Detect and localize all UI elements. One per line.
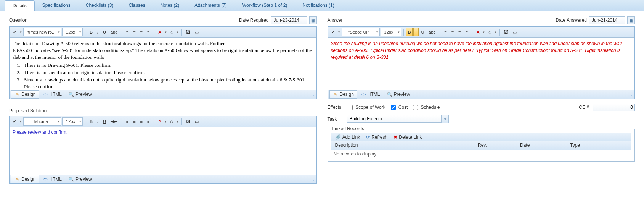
strikethrough-icon[interactable]: abc (109, 28, 119, 36)
align-left-icon[interactable]: ≡ (124, 28, 130, 36)
col-description[interactable]: Description (331, 141, 474, 150)
align-right-icon[interactable]: ≡ (456, 28, 463, 36)
insert-image-icon[interactable]: 🖼 (184, 28, 192, 36)
html-mode-button[interactable]: <>HTML (357, 90, 384, 99)
col-type[interactable]: Type (566, 141, 631, 150)
dropdown-icon[interactable]: ▾ (176, 30, 179, 34)
task-select[interactable]: ▾ (347, 115, 449, 123)
preview-mode-button[interactable]: 🔍Preview (65, 175, 95, 183)
underline-icon[interactable]: U (101, 117, 108, 126)
tab-specifications[interactable]: Specifications (35, 0, 78, 11)
ce-number-input[interactable] (593, 104, 635, 111)
font-size-select[interactable]: 12px (62, 28, 83, 36)
design-mode-button[interactable]: ✎Design (329, 90, 357, 99)
html-mode-button[interactable]: <>HTML (39, 90, 65, 99)
tab-label: Notifications (1) (302, 3, 334, 8)
tab-notes[interactable]: Notes (2) (153, 0, 187, 11)
dropdown-icon[interactable]: ▾ (176, 120, 179, 123)
font-family-select[interactable]: "Segoe UI" (342, 28, 380, 36)
tab-details[interactable]: Details (5, 0, 35, 11)
bold-icon[interactable]: B (88, 28, 95, 36)
underline-icon[interactable]: U (101, 28, 108, 36)
resize-grip[interactable]: ⋰ (312, 94, 316, 98)
date-required-input[interactable] (271, 16, 307, 24)
highlight-icon[interactable]: ◇ (168, 28, 175, 36)
insert-field-icon[interactable]: ▭ (193, 28, 201, 36)
scope-checkbox-input[interactable] (348, 105, 353, 110)
add-link-button[interactable]: 🔗Add Link (335, 134, 360, 140)
insert-image-icon[interactable]: 🖼 (502, 28, 510, 36)
align-center-icon[interactable]: ≡ (450, 28, 456, 36)
tab-checklists[interactable]: Checklists (3) (78, 0, 121, 11)
align-center-icon[interactable]: ≡ (131, 28, 137, 36)
align-left-icon[interactable]: ≡ (124, 117, 130, 126)
col-rev[interactable]: Rev. (474, 141, 516, 150)
date-answered-input[interactable] (589, 16, 625, 24)
cost-checkbox-input[interactable] (391, 105, 396, 110)
font-size-select[interactable]: 12px (62, 117, 83, 126)
italic-icon[interactable]: I (95, 117, 100, 126)
italic-icon[interactable]: I (95, 28, 100, 36)
refresh-button[interactable]: ⟳Refresh (366, 134, 387, 140)
schedule-checkbox[interactable]: Schedule (411, 104, 440, 111)
align-right-icon[interactable]: ≡ (138, 28, 145, 36)
insert-field-icon[interactable]: ▭ (193, 117, 201, 126)
design-mode-button[interactable]: ✎Design (11, 90, 39, 99)
highlight-icon[interactable]: ◇ (486, 28, 493, 36)
cost-checkbox[interactable]: Cost (389, 104, 408, 111)
html-mode-button[interactable]: <>HTML (39, 175, 65, 183)
scope-checkbox[interactable]: Scope of Work (346, 104, 385, 111)
strikethrough-icon[interactable]: abc (109, 117, 119, 126)
preview-mode-button[interactable]: 🔍Preview (384, 90, 414, 99)
align-justify-icon[interactable]: ≡ (463, 28, 469, 36)
italic-icon[interactable]: I (413, 28, 418, 36)
tab-clauses[interactable]: Clauses (121, 0, 153, 11)
tab-notifications[interactable]: Notifications (1) (295, 0, 342, 11)
dropdown-icon[interactable]: ▾ (19, 120, 22, 123)
spellcheck-icon[interactable]: ✔ (329, 28, 337, 36)
bold-icon[interactable]: B (406, 28, 413, 36)
delete-link-button[interactable]: ✖Delete Link (393, 134, 422, 140)
dropdown-icon[interactable]: ▾ (19, 30, 22, 34)
font-color-icon[interactable]: A (475, 28, 481, 36)
spellcheck-icon[interactable]: ✔ (11, 28, 18, 36)
align-center-icon[interactable]: ≡ (131, 117, 137, 126)
font-family-select[interactable]: "times new ro.. (23, 28, 61, 36)
chevron-down-icon[interactable]: ▾ (442, 115, 449, 123)
align-right-icon[interactable]: ≡ (138, 117, 145, 126)
bold-icon[interactable]: B (88, 117, 95, 126)
font-color-icon[interactable]: A (156, 117, 163, 126)
spellcheck-icon[interactable]: ✔ (11, 117, 18, 126)
proposed-body[interactable]: Please review and confirm. (10, 127, 316, 175)
dropdown-icon[interactable]: ▾ (494, 30, 497, 34)
highlight-icon[interactable]: ◇ (168, 117, 175, 126)
resize-grip[interactable]: ⋰ (312, 178, 316, 183)
dropdown-icon[interactable]: ▾ (164, 30, 167, 34)
calendar-icon[interactable]: ▦ (309, 16, 317, 24)
insert-image-icon[interactable]: 🖼 (184, 117, 192, 126)
align-justify-icon[interactable]: ≡ (145, 117, 151, 126)
tab-workflow[interactable]: Workflow (Step 1 of 2) (234, 0, 295, 11)
schedule-checkbox-input[interactable] (413, 105, 418, 110)
dropdown-icon[interactable]: ▾ (164, 120, 167, 123)
font-size-select[interactable]: 12px (381, 28, 401, 36)
underline-icon[interactable]: U (419, 28, 426, 36)
strikethrough-icon[interactable]: abc (427, 28, 437, 36)
answer-body[interactable]: Since the building is an unheated buildi… (328, 38, 635, 90)
insert-field-icon[interactable]: ▭ (511, 28, 519, 36)
tab-attachments[interactable]: Attachments (7) (187, 0, 234, 11)
design-mode-button[interactable]: ✎Design (11, 175, 39, 183)
preview-mode-button[interactable]: 🔍Preview (65, 90, 95, 99)
question-body[interactable]: The details on Drawing A-500 refer us to… (10, 38, 316, 90)
dropdown-icon[interactable]: ▾ (482, 30, 485, 34)
question-list: There is no Drawing S-501. Please confir… (13, 62, 313, 90)
task-select-input[interactable] (347, 115, 442, 123)
font-color-icon[interactable]: A (156, 28, 163, 36)
align-justify-icon[interactable]: ≡ (145, 28, 151, 36)
resize-grip[interactable]: ⋰ (630, 94, 634, 98)
dropdown-icon[interactable]: ▾ (337, 30, 341, 34)
align-left-icon[interactable]: ≡ (442, 28, 448, 36)
font-family-select[interactable]: Tahoma (23, 117, 61, 126)
col-date[interactable]: Date (516, 141, 566, 150)
calendar-icon[interactable]: ▦ (627, 16, 635, 24)
